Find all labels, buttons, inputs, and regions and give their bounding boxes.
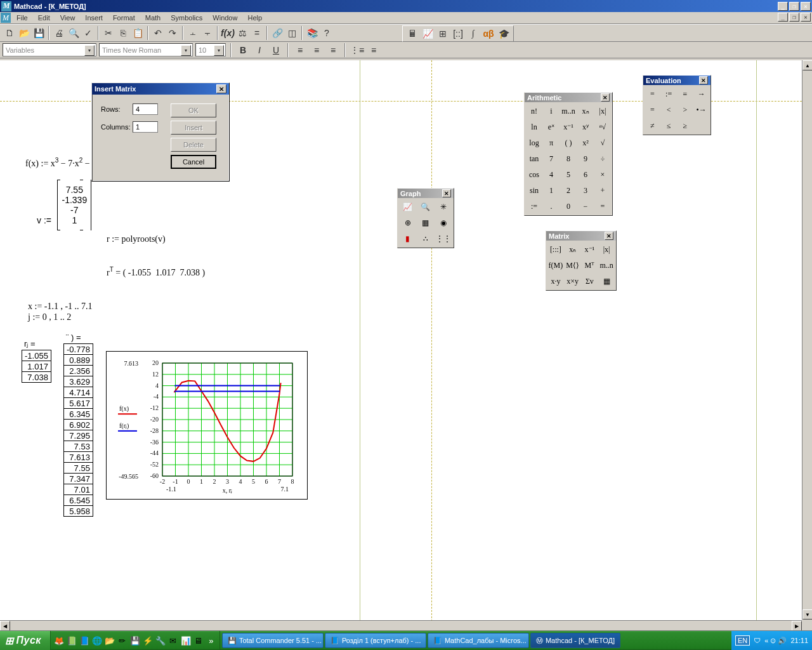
palette-cell[interactable]: log (526, 135, 542, 150)
style-combo[interactable]: Variables (3, 43, 96, 56)
doc-restore-button[interactable]: ❐ (789, 13, 799, 22)
palette-cell[interactable]: ≤ (661, 118, 677, 133)
palette-cell[interactable] (693, 118, 709, 133)
palette-cell[interactable]: n! (526, 103, 542, 119)
tray-icon[interactable]: 🛡 (754, 637, 761, 644)
ql-expand-icon[interactable]: » (206, 635, 217, 646)
palette-cell[interactable]: := (661, 86, 677, 102)
ql-icon[interactable]: 🌐 (91, 635, 103, 646)
palette-cell[interactable]: ÷ (594, 151, 611, 166)
palette-cell[interactable]: tan (526, 151, 542, 166)
palette-cell[interactable]: x⁻¹ (582, 242, 598, 257)
bar-plot-icon[interactable]: ▮ (399, 231, 416, 246)
insert-button[interactable]: Insert (171, 121, 216, 135)
xy-plot[interactable]: -2-101234567820124-4-12-20-28-36-44-52-6… (106, 351, 308, 500)
ql-icon[interactable]: 🖥 (193, 635, 204, 646)
doc-icon[interactable]: M (1, 13, 11, 23)
palette-cell[interactable]: x² (577, 135, 594, 150)
palette-cell[interactable]: [:::] (547, 242, 564, 257)
open-icon[interactable]: 📂 (17, 26, 31, 40)
system-tray[interactable]: EN 🛡 « ⊙ 🔊 21:11 (731, 631, 812, 650)
copy-icon[interactable]: ⎘ (116, 26, 130, 40)
matrix-palette-close-icon[interactable]: ✕ (605, 232, 613, 240)
ql-icon[interactable]: 📗 (66, 635, 77, 646)
paste-icon[interactable]: 📋 (131, 26, 145, 40)
numbered-icon[interactable]: ≡ (367, 43, 381, 57)
palette-cell[interactable]: |x| (594, 103, 611, 119)
menu-window[interactable]: Window (207, 13, 242, 23)
ql-icon[interactable]: ✏ (117, 635, 128, 646)
contour-plot-icon[interactable]: ◉ (435, 215, 452, 230)
cut-icon[interactable]: ✂ (102, 26, 115, 40)
palette-cell[interactable]: Mᵀ (582, 258, 598, 273)
ql-icon[interactable]: 💾 (129, 635, 141, 646)
scroll-left-icon[interactable]: ◀ (0, 621, 10, 631)
taskbar-task[interactable]: 📘MathCad_лабы - Micros... (428, 633, 529, 648)
palette-cell[interactable]: 2 (560, 183, 577, 198)
scroll-down-icon[interactable]: ▼ (802, 609, 812, 620)
palette-cell[interactable]: ⁿ√ (594, 119, 611, 135)
units-icon[interactable]: ⚖ (235, 26, 249, 40)
palette-cell[interactable]: eˣ (543, 119, 560, 135)
menu-edit[interactable]: Edit (33, 13, 55, 23)
calc-icon[interactable]: = (250, 26, 264, 40)
surface-plot-icon[interactable]: ▦ (417, 215, 434, 230)
palette-cell[interactable]: 7 (543, 151, 560, 166)
palette-cell[interactable]: 9 (577, 151, 594, 166)
size-combo[interactable]: 10 (195, 43, 226, 56)
palette-cell[interactable]: ≡ (678, 86, 693, 102)
menu-symbolics[interactable]: Symbolics (166, 13, 207, 23)
align2-icon[interactable]: ⫟ (200, 26, 214, 40)
ql-icon[interactable]: 📂 (104, 635, 115, 646)
palette-cell[interactable]: := (526, 199, 542, 214)
graph-palette-icon[interactable]: 📈 (421, 27, 435, 41)
align-left-icon[interactable]: ≡ (293, 43, 307, 57)
palette-cell[interactable]: = (645, 102, 660, 117)
lang-indicator[interactable]: EN (735, 635, 750, 646)
palette-cell[interactable]: xₙ (565, 242, 581, 257)
maximize-button[interactable]: ❐ (789, 2, 799, 11)
palette-cell[interactable]: < (661, 102, 677, 117)
redo-icon[interactable]: ↷ (166, 26, 180, 40)
doc-minimize-button[interactable]: _ (778, 13, 788, 22)
component-icon[interactable]: ◫ (285, 26, 299, 40)
menu-view[interactable]: View (55, 13, 81, 23)
vector-v[interactable]: v := 7.55 -1.339 -7 1 (37, 180, 91, 230)
columns-input[interactable] (133, 121, 158, 133)
palette-cell[interactable]: •→ (693, 102, 709, 117)
palette-cell[interactable]: + (594, 183, 611, 198)
arithmetic-palette-close-icon[interactable]: ✕ (601, 93, 610, 102)
ql-icon[interactable]: ✉ (167, 635, 179, 646)
palette-cell[interactable]: x⁻¹ (560, 119, 577, 135)
palette-cell[interactable]: . (543, 199, 560, 214)
function-icon[interactable]: f(x) (221, 26, 235, 40)
palette-cell[interactable]: ln (526, 119, 542, 135)
font-combo[interactable]: Times New Roman (99, 43, 193, 56)
vertical-scrollbar[interactable]: ▲ ▼ (802, 60, 812, 620)
xy-plot-icon[interactable]: 📈 (399, 199, 416, 215)
palette-cell[interactable]: 4 (543, 167, 560, 182)
evaluation-palette-close-icon[interactable]: ✕ (699, 76, 708, 84)
hyperlink-icon[interactable]: 🔗 (270, 26, 284, 40)
palette-cell[interactable]: 3 (577, 183, 594, 198)
j-range[interactable]: j := 0 , 1 .. 2 (28, 312, 71, 322)
menu-format[interactable]: Format (108, 13, 140, 23)
rows-input[interactable] (133, 103, 158, 115)
taskbar-task[interactable]: 📘Розділ 1 (вступ+лаб) - ... (325, 633, 426, 648)
vector-palette-icon[interactable]: ⊞ (436, 27, 450, 41)
spellcheck-icon[interactable]: ✓ (81, 26, 95, 40)
palette-cell[interactable]: √ (594, 135, 611, 150)
menu-math[interactable]: Math (140, 13, 166, 23)
ql-icon[interactable]: 📘 (79, 635, 90, 646)
align-right-icon[interactable]: ≡ (326, 43, 340, 57)
menu-insert[interactable]: Insert (80, 13, 108, 23)
calculus-icon[interactable]: ∫ (466, 27, 480, 41)
print-icon[interactable]: 🖨 (52, 26, 66, 40)
palette-cell[interactable]: → (693, 86, 709, 102)
horizontal-scrollbar[interactable]: ◀ ▶ (0, 620, 802, 630)
palette-cell[interactable]: × (594, 167, 611, 182)
palette-cell[interactable]: cos (526, 167, 542, 182)
doc-close-button[interactable]: ✕ (801, 13, 811, 22)
polar-plot-icon[interactable]: ⊕ (399, 215, 416, 230)
close-button[interactable]: ✕ (801, 2, 811, 11)
